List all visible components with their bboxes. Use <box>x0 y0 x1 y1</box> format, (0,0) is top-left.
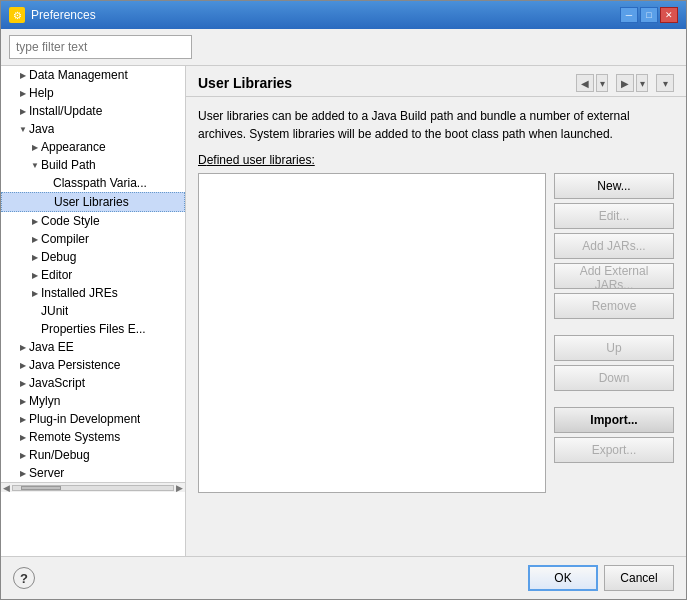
sidebar-item-label: Help <box>29 86 54 100</box>
nav-forward-dropdown[interactable]: ▾ <box>636 74 648 92</box>
nav-forward-button[interactable]: ▶ <box>616 74 634 92</box>
sidebar-item-code-style[interactable]: ▶ Code Style <box>1 212 185 230</box>
search-input[interactable] <box>9 35 192 59</box>
sidebar-item-appearance[interactable]: ▶ Appearance <box>1 138 185 156</box>
add-jars-button[interactable]: Add JARs... <box>554 233 674 259</box>
sidebar-item-editor[interactable]: ▶ Editor <box>1 266 185 284</box>
title-bar: ⚙ Preferences ─ □ ✕ <box>1 1 686 29</box>
new-button[interactable]: New... <box>554 173 674 199</box>
library-buttons: New... Edit... Add JARs... Add External … <box>554 173 674 493</box>
sidebar-item-plugin-development[interactable]: ▶ Plug-in Development <box>1 410 185 428</box>
sidebar-item-classpath-variables[interactable]: Classpath Varia... <box>1 174 185 192</box>
help-button[interactable]: ? <box>13 567 35 589</box>
sidebar-item-label: Mylyn <box>29 394 60 408</box>
window-icon: ⚙ <box>9 7 25 23</box>
sidebar-item-run-debug[interactable]: ▶ Run/Debug <box>1 446 185 464</box>
sidebar-item-remote-systems[interactable]: ▶ Remote Systems <box>1 428 185 446</box>
nav-menu-button[interactable]: ▾ <box>656 74 674 92</box>
scroll-left-arrow[interactable]: ◀ <box>1 483 12 493</box>
nav-controls: ◀ ▾ ▶ ▾ ▾ <box>576 74 674 92</box>
sidebar-item-server[interactable]: ▶ Server <box>1 464 185 482</box>
bottom-left: ? <box>13 567 35 589</box>
cancel-button[interactable]: Cancel <box>604 565 674 591</box>
left-panel: ▶ Data Management ▶ Help ▶ Install/Updat… <box>1 66 186 556</box>
add-external-jars-button[interactable]: Add External JARs... <box>554 263 674 289</box>
expand-arrow: ▶ <box>17 89 29 98</box>
sidebar-item-label: Plug-in Development <box>29 412 140 426</box>
defined-label-underline: D <box>198 153 207 167</box>
filter-row <box>1 29 686 65</box>
expand-arrow: ▶ <box>17 469 29 478</box>
sidebar-item-label: Installed JREs <box>41 286 118 300</box>
sidebar-item-junit[interactable]: JUnit <box>1 302 185 320</box>
sidebar-item-label: User Libraries <box>54 195 129 209</box>
expand-arrow: ▶ <box>29 253 41 262</box>
close-button[interactable]: ✕ <box>660 7 678 23</box>
minimize-button[interactable]: ─ <box>620 7 638 23</box>
sidebar-item-user-libraries[interactable]: User Libraries <box>1 192 185 212</box>
sidebar-item-properties-files[interactable]: Properties Files E... <box>1 320 185 338</box>
sidebar-item-java-ee[interactable]: ▶ Java EE <box>1 338 185 356</box>
expand-arrow: ▼ <box>29 161 41 170</box>
sidebar-item-label: Java EE <box>29 340 74 354</box>
sidebar-item-build-path[interactable]: ▼ Build Path <box>1 156 185 174</box>
sidebar-item-label: Data Management <box>29 68 128 82</box>
scrollbar-track[interactable] <box>12 485 174 491</box>
sidebar-item-label: Server <box>29 466 64 480</box>
scrollbar-thumb[interactable] <box>21 486 61 490</box>
expand-arrow: ▼ <box>17 125 29 134</box>
expand-arrow: ▶ <box>17 71 29 80</box>
sidebar-item-label: Properties Files E... <box>41 322 146 336</box>
export-button[interactable]: Export... <box>554 437 674 463</box>
expand-arrow: ▶ <box>17 433 29 442</box>
sidebar-item-label: Classpath Varia... <box>53 176 147 190</box>
sidebar-item-debug[interactable]: ▶ Debug <box>1 248 185 266</box>
spacer <box>554 323 674 331</box>
expand-arrow: ▶ <box>29 271 41 280</box>
panel-title: User Libraries <box>198 75 292 91</box>
sidebar-item-label: Java <box>29 122 54 136</box>
sidebar-item-java-persistence[interactable]: ▶ Java Persistence <box>1 356 185 374</box>
expand-arrow: ▶ <box>29 235 41 244</box>
ok-button[interactable]: OK <box>528 565 598 591</box>
sidebar-item-label: Appearance <box>41 140 106 154</box>
sidebar-item-data-management[interactable]: ▶ Data Management <box>1 66 185 84</box>
spacer <box>554 395 674 403</box>
title-bar-left: ⚙ Preferences <box>9 7 96 23</box>
remove-button[interactable]: Remove <box>554 293 674 319</box>
window-title: Preferences <box>31 8 96 22</box>
sidebar-item-label: Code Style <box>41 214 100 228</box>
sidebar-item-install-update[interactable]: ▶ Install/Update <box>1 102 185 120</box>
sidebar-item-mylyn[interactable]: ▶ Mylyn <box>1 392 185 410</box>
scroll-right-arrow[interactable]: ▶ <box>174 483 185 493</box>
sidebar-item-label: JavaScript <box>29 376 85 390</box>
title-bar-controls: ─ □ ✕ <box>620 7 678 23</box>
down-button[interactable]: Down <box>554 365 674 391</box>
library-list[interactable] <box>198 173 546 493</box>
description-text: User libraries can be added to a Java Bu… <box>198 107 674 143</box>
bottom-right: OK Cancel <box>528 565 674 591</box>
expand-arrow: ▶ <box>29 289 41 298</box>
scrollbar-horizontal: ◀ ▶ <box>1 482 185 492</box>
sidebar-item-java[interactable]: ▼ Java <box>1 120 185 138</box>
sidebar-item-installed-jres[interactable]: ▶ Installed JREs <box>1 284 185 302</box>
expand-arrow: ▶ <box>29 143 41 152</box>
sidebar-item-compiler[interactable]: ▶ Compiler <box>1 230 185 248</box>
nav-back-dropdown[interactable]: ▾ <box>596 74 608 92</box>
expand-arrow: ▶ <box>17 361 29 370</box>
library-area: New... Edit... Add JARs... Add External … <box>198 173 674 493</box>
sidebar-item-label: Debug <box>41 250 76 264</box>
sidebar-item-help[interactable]: ▶ Help <box>1 84 185 102</box>
up-button[interactable]: Up <box>554 335 674 361</box>
sidebar-item-javascript[interactable]: ▶ JavaScript <box>1 374 185 392</box>
nav-back-button[interactable]: ◀ <box>576 74 594 92</box>
right-header: User Libraries ◀ ▾ ▶ ▾ ▾ <box>186 66 686 97</box>
import-button[interactable]: Import... <box>554 407 674 433</box>
preferences-window: ⚙ Preferences ─ □ ✕ ▶ Data Management ▶ … <box>0 0 687 600</box>
sidebar-item-label: Compiler <box>41 232 89 246</box>
maximize-button[interactable]: □ <box>640 7 658 23</box>
sidebar-item-label: Run/Debug <box>29 448 90 462</box>
edit-button[interactable]: Edit... <box>554 203 674 229</box>
expand-arrow: ▶ <box>17 107 29 116</box>
right-panel: User Libraries ◀ ▾ ▶ ▾ ▾ User libraries … <box>186 66 686 556</box>
